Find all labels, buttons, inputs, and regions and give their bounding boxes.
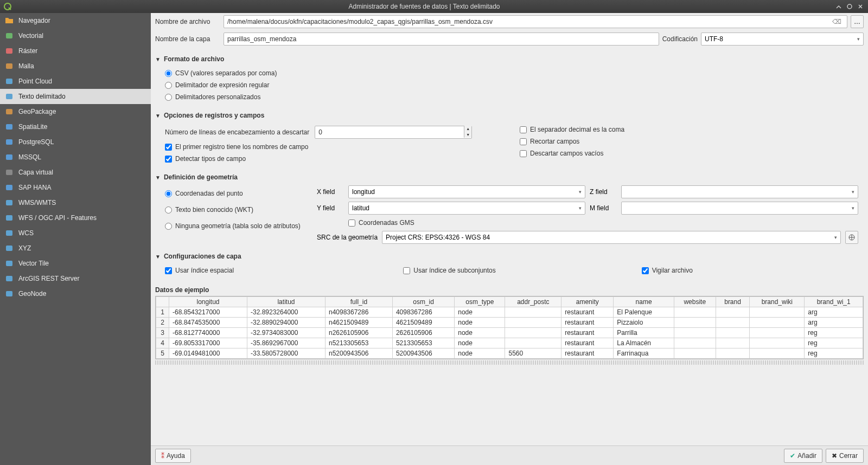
section-layer-settings[interactable]: ▼ Configuraciones de capa — [155, 250, 864, 262]
svg-rect-19 — [6, 291, 12, 296]
resize-grip[interactable] — [155, 360, 864, 365]
table-row[interactable]: 4-69.8053317000-35.8692967000n5213305653… — [156, 338, 863, 348]
y-field-combo[interactable]: latitud▾ — [348, 202, 585, 215]
chk-decimal-comma[interactable] — [520, 126, 527, 133]
column-header[interactable]: website — [674, 297, 716, 307]
sidebar-item-r-ster[interactable]: Ráster — [0, 43, 151, 59]
clear-file-icon[interactable]: ⌫ — [830, 18, 844, 25]
chevron-down-icon: ▾ — [579, 189, 582, 195]
collapse-icon: ▼ — [155, 254, 161, 260]
sidebar-item-label: GeoNode — [18, 290, 46, 298]
layer-name-input[interactable]: parrillas_osm_mendoza — [224, 33, 659, 46]
sidebar-item-texto-delimitado[interactable]: Texto delimitado — [0, 89, 151, 104]
table-row[interactable]: 1-68.8543217000-32.8923264000n4098367286… — [156, 307, 863, 318]
source-icon — [4, 61, 14, 71]
chk-discard-empty[interactable] — [520, 150, 527, 157]
sidebar-item-postgresql[interactable]: PostgreSQL — [0, 134, 151, 150]
sidebar-item-navegador[interactable]: Navegador — [0, 13, 151, 28]
collapse-icon: ▼ — [155, 175, 161, 180]
sidebar-item-geonode[interactable]: GeoNode — [0, 286, 151, 301]
z-field-combo[interactable]: ▾ — [621, 185, 858, 198]
close-dialog-button[interactable]: ✖ Cerrar — [826, 449, 864, 463]
chk-trim-fields[interactable] — [520, 138, 527, 145]
window-title: Administrador de fuentes de datos | Text… — [16, 3, 832, 10]
column-header[interactable]: brand — [716, 297, 750, 307]
file-name-input[interactable]: /home/malena/docus/okfn/capacitaciones/m… — [224, 15, 847, 28]
header-lines-input[interactable]: 0 — [315, 126, 472, 139]
sidebar-item-geopackage[interactable]: GeoPackage — [0, 104, 151, 119]
table-row[interactable]: 3-68.8127740000-32.9734083000n2626105906… — [156, 328, 863, 338]
x-field-label: X field — [317, 188, 344, 196]
close-button[interactable] — [856, 2, 865, 11]
sidebar-item-malla[interactable]: Malla — [0, 59, 151, 74]
svg-rect-4 — [6, 63, 12, 69]
add-button[interactable]: ✔ Añadir — [784, 449, 822, 463]
minimize-button[interactable] — [834, 2, 843, 11]
crs-picker-button[interactable] — [845, 231, 858, 244]
chk-first-record-names[interactable] — [165, 144, 172, 151]
spin-down[interactable]: ▼ — [464, 132, 471, 138]
svg-rect-6 — [6, 94, 12, 99]
source-icon — [4, 259, 14, 268]
column-header[interactable]: brand_wi_1 — [805, 297, 863, 307]
sidebar-item-spatialite[interactable]: SpatiaLite — [0, 119, 151, 134]
radio-custom[interactable] — [165, 94, 172, 101]
sidebar-item-label: XYZ — [18, 244, 31, 252]
svg-rect-12 — [6, 185, 12, 190]
section-record-options[interactable]: ▼ Opciones de registros y campos — [155, 109, 864, 121]
sidebar-item-capa-virtual[interactable]: Capa virtual — [0, 165, 151, 180]
radio-point-coords[interactable] — [165, 190, 172, 197]
collapse-icon: ▼ — [155, 113, 161, 119]
radio-regex[interactable] — [165, 82, 172, 89]
sample-data-table[interactable]: longitudlatitudfull_idosm_idosm_typeaddr… — [155, 296, 864, 359]
chk-spatial-index[interactable] — [165, 267, 172, 274]
browse-file-button[interactable]: … — [851, 15, 864, 28]
crs-combo[interactable]: Project CRS: EPSG:4326 - WGS 84▾ — [382, 231, 841, 244]
table-row[interactable]: 2-68.8474535000-32.8890294000n4621509489… — [156, 318, 863, 328]
source-icon — [4, 152, 14, 162]
sidebar-item-label: MSSQL — [18, 153, 41, 161]
sidebar-item-arcgis-rest-server[interactable]: ArcGIS REST Server — [0, 271, 151, 286]
help-button[interactable]: ⁑ Ayuda — [155, 449, 191, 463]
column-header[interactable]: latitud — [247, 297, 325, 307]
chk-dms[interactable] — [348, 219, 355, 227]
column-header[interactable]: osm_type — [455, 297, 505, 307]
sidebar-item-sap-hana[interactable]: SAP HANA — [0, 180, 151, 195]
sidebar-item-xyz[interactable]: XYZ — [0, 241, 151, 256]
table-row[interactable]: 5-69.0149481000-33.5805728000n5200943506… — [156, 348, 863, 359]
spin-up[interactable]: ▲ — [464, 126, 471, 132]
chk-subset-index[interactable] — [403, 267, 410, 274]
column-header[interactable]: longitud — [169, 297, 247, 307]
section-file-format[interactable]: ▼ Formato de archivo — [155, 53, 864, 65]
source-icon — [4, 228, 14, 238]
file-name-row: Nombre de archivo /home/malena/docus/okf… — [151, 13, 868, 30]
sidebar-item-wcs[interactable]: WCS — [0, 225, 151, 241]
sidebar-item-point-cloud[interactable]: Point Cloud — [0, 74, 151, 89]
encoding-combo[interactable]: UTF-8▾ — [701, 33, 864, 46]
sidebar-item-wms-wmts[interactable]: WMS/WMTS — [0, 195, 151, 210]
maximize-button[interactable] — [845, 2, 854, 11]
radio-no-geometry[interactable] — [165, 223, 172, 230]
section-geometry[interactable]: ▼ Definición de geometría — [155, 171, 864, 183]
sidebar-item-vector-tile[interactable]: Vector Tile — [0, 256, 151, 271]
svg-rect-10 — [6, 154, 12, 160]
sidebar-item-vectorial[interactable]: Vectorial — [0, 28, 151, 43]
column-header[interactable]: brand_wiki — [750, 297, 805, 307]
chevron-down-icon: ▾ — [579, 205, 582, 211]
column-header[interactable]: full_id — [325, 297, 392, 307]
m-field-combo[interactable]: ▾ — [621, 202, 858, 215]
radio-csv[interactable] — [165, 70, 172, 77]
z-field-label: Z field — [590, 188, 617, 196]
sidebar-item-wfs-ogc-api-features[interactable]: WFS / OGC API - Features — [0, 210, 151, 225]
chk-detect-types[interactable] — [165, 156, 172, 163]
column-header[interactable]: name — [614, 297, 674, 307]
sample-data-title: Datos de ejemplo — [155, 283, 864, 296]
radio-wkt[interactable] — [165, 206, 172, 214]
column-header[interactable]: addr_postc — [505, 297, 561, 307]
column-header[interactable]: osm_id — [392, 297, 454, 307]
chk-watch-file[interactable] — [642, 267, 649, 274]
x-field-combo[interactable]: longitud▾ — [348, 185, 585, 198]
column-header[interactable]: amenity — [561, 297, 614, 307]
source-icon — [4, 274, 14, 283]
sidebar-item-mssql[interactable]: MSSQL — [0, 150, 151, 165]
